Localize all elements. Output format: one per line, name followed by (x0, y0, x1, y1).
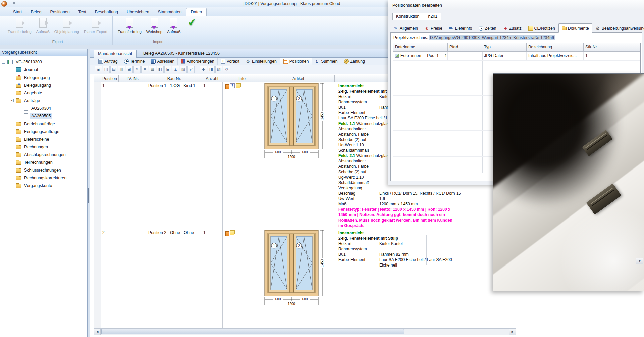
splitter-grip-icon[interactable] (88, 188, 89, 203)
scroll-left-icon[interactable] (94, 329, 101, 335)
column-header-position[interactable]: Position (101, 75, 119, 82)
menu-tab-beleg[interactable]: Beleg (26, 8, 46, 16)
toolbar-swap-icon[interactable]: ⇄ (187, 66, 195, 73)
tree-item-rechnungen[interactable]: Rechnungen (0, 143, 87, 151)
column-header-lv-nr-[interactable]: LV.-Nr. (119, 75, 147, 82)
file-cell-dateiname[interactable]: Foto_innen_-_Pos_1_-_1.OG... (393, 52, 448, 60)
file-column-header-blank[interactable] (607, 43, 640, 52)
dialog-tab-lieferinfo[interactable]: Lieferinfo (446, 23, 476, 33)
tree-item-au260304[interactable]: AU260304 (0, 104, 87, 112)
file-column-header-pfad[interactable]: Pfad (448, 43, 482, 52)
splitter[interactable] (88, 49, 90, 337)
toolbar-list-icon[interactable]: ≡ (141, 66, 148, 73)
dialog-tab-ce-notizen[interactable]: CE/Notizen (525, 23, 558, 33)
tab-auftrag[interactable]: Auftrag (95, 58, 121, 65)
toolbar-hatch-icon[interactable]: ▧ (215, 66, 222, 73)
toolbar-grid-icon[interactable]: ▦ (149, 66, 156, 73)
ribbon-button-planer-export[interactable]: Planer-Export (82, 16, 110, 39)
doc-pair-icon[interactable] (224, 230, 229, 235)
tree-item-angebote[interactable]: Angebote (0, 89, 87, 97)
tab-anforderungen[interactable]: Anforderungen (178, 58, 217, 65)
column-header-blank[interactable] (94, 75, 101, 82)
column-header-info[interactable]: Info (222, 75, 262, 82)
tree-item-vorgangskonto[interactable]: Vorgangskonto (0, 182, 87, 189)
dialog-tab-bearbeitungsanweisungen[interactable]: Bearbeitungsanweisungen (592, 23, 644, 33)
note-icon[interactable] (236, 83, 241, 88)
menu-tab-daten[interactable]: Daten (186, 8, 207, 16)
expander-icon[interactable]: - (10, 99, 14, 102)
ribbon-button-webshop[interactable]: Webshop (144, 16, 165, 39)
toolbar-add-icon[interactable]: ⊞ (126, 66, 133, 73)
toolbar-collapse-icon[interactable]: ⊟ (164, 66, 171, 73)
toolbar-columns-icon[interactable]: ▥ (118, 66, 125, 73)
scroll-right-icon[interactable] (509, 329, 516, 335)
toolbar-sum-icon[interactable]: Σ (172, 66, 179, 73)
tree-item-betriebsaufträge[interactable]: Betriebsaufträge (0, 120, 87, 128)
column-header-bau-nr-[interactable]: Bau-Nr. (147, 75, 202, 82)
ribbon-button-aufmaß[interactable]: Aufmaß (165, 16, 183, 39)
menu-tab-stammdaten[interactable]: Stammdaten (154, 8, 186, 16)
tab-positionen[interactable]: Positionen (280, 58, 312, 65)
tab-adressen[interactable]: Adressen (148, 58, 178, 65)
expander-icon[interactable]: - (2, 60, 5, 64)
scrollbar-thumb[interactable] (101, 329, 404, 334)
menu-tab-beschaffung[interactable]: Beschaffung (91, 8, 122, 16)
tree-item-belegeingang[interactable]: Belegeingang (0, 74, 87, 81)
ribbon-button-objektplanung[interactable]: Objektplanung (52, 16, 82, 39)
tree-item-lieferscheine[interactable]: Lieferscheine (0, 135, 87, 143)
tab-vortext[interactable]: Vortext (218, 58, 243, 65)
tree-item-fertigungsaufträge[interactable]: Fertigungsaufträge (0, 128, 87, 135)
ribbon-button-transferbeleg[interactable]: Transferbeleg (115, 16, 144, 39)
tree-item-aa260505[interactable]: AA260505 (0, 112, 87, 120)
toolbar-select-icon[interactable]: ▣ (95, 66, 102, 73)
toolbar-refresh-icon[interactable]: ↻ (223, 66, 230, 73)
artikel-line-value: 1200 mm x 1450 mm (379, 202, 418, 206)
ribbon-button-check[interactable] (183, 16, 201, 39)
file-column-header-stk-nr-[interactable]: Stk-Nr. (584, 43, 607, 52)
tab-mandantenansicht[interactable]: Mandantenansicht (94, 50, 137, 58)
tree-item-vg-26010303[interactable]: -VG-26010303 (0, 58, 87, 66)
tab-zahlung[interactable]: Zahlung (341, 58, 368, 65)
tree-item-rechnungskorrekturen[interactable]: Rechnungskorrekturen (0, 174, 87, 182)
doc-pair-icon[interactable] (224, 83, 229, 88)
scroll-down-icon[interactable] (636, 258, 643, 264)
toolbar-panel-right-icon[interactable]: ◨ (208, 66, 215, 73)
tab-einstellungen[interactable]: Einstellungen (243, 58, 280, 65)
dialog-tab-preise[interactable]: Preise (421, 23, 446, 33)
tree-item-schlussrechnungen[interactable]: Schlussrechnungen (0, 166, 87, 174)
photo-preview-window[interactable] (493, 73, 644, 291)
menu-tab-start[interactable]: Start (9, 8, 26, 16)
horizontal-scrollbar[interactable] (94, 328, 516, 335)
tree-item-teilrechnungen[interactable]: Teilrechnungen (0, 158, 87, 166)
tab-termine[interactable]: Termine (121, 58, 148, 65)
column-header-anzahl[interactable]: Anzahl (202, 75, 222, 82)
dialog-tab-dokumente[interactable]: Dokumente (558, 23, 592, 33)
column-header-artikel[interactable]: Artikel (262, 75, 335, 82)
dialog-tab-zusatz[interactable]: Zusatz (500, 23, 525, 33)
toolbar-edit-icon[interactable]: ✎ (133, 66, 141, 73)
toolbar-pattern-icon[interactable]: ▨ (180, 66, 187, 73)
toolbar-split-view-icon[interactable]: ◫ (103, 66, 110, 73)
toolbar-rows-icon[interactable]: ▤ (110, 66, 117, 73)
tab-summen[interactable]: Summen (312, 58, 341, 65)
file-column-header-dateiname[interactable]: Dateiname (393, 43, 448, 52)
toolbar-panel-left-icon[interactable]: ◧ (157, 66, 164, 73)
ribbon-button-aufmaß[interactable]: Aufmaß (34, 16, 52, 39)
artikel-line-label: Beschlag (338, 191, 379, 196)
dialog-tab-zeiten[interactable]: Zeiten (475, 23, 499, 33)
dialog-tab-allgemein[interactable]: Allgemein (390, 23, 421, 33)
tree-item-abschlagsrechnungen[interactable]: Abschlagsrechnungen (0, 151, 87, 158)
menu-tab-text[interactable]: Text (74, 8, 91, 16)
help-icon[interactable] (230, 83, 235, 88)
menu-tab-übersichten[interactable]: Übersichten (122, 8, 154, 16)
file-column-header-bezeichnung[interactable]: Bezeichnung (527, 43, 584, 52)
tree-item-aufträge[interactable]: -Aufträge (0, 97, 87, 104)
toolbar-add-row-icon[interactable]: ✚ (200, 66, 207, 73)
menu-tab-positionen[interactable]: Positionen (46, 8, 74, 16)
file-column-header-typ[interactable]: Typ (482, 43, 527, 52)
konstruktion-field[interactable]: Konstruktion h201 (392, 13, 441, 20)
tree-item-journal[interactable]: Journal (0, 66, 87, 74)
ribbon-button-transferbeleg[interactable]: Transferbeleg (5, 16, 34, 39)
note-icon[interactable] (230, 230, 235, 235)
tree-item-belegausgang[interactable]: Belegausgang (0, 81, 87, 89)
